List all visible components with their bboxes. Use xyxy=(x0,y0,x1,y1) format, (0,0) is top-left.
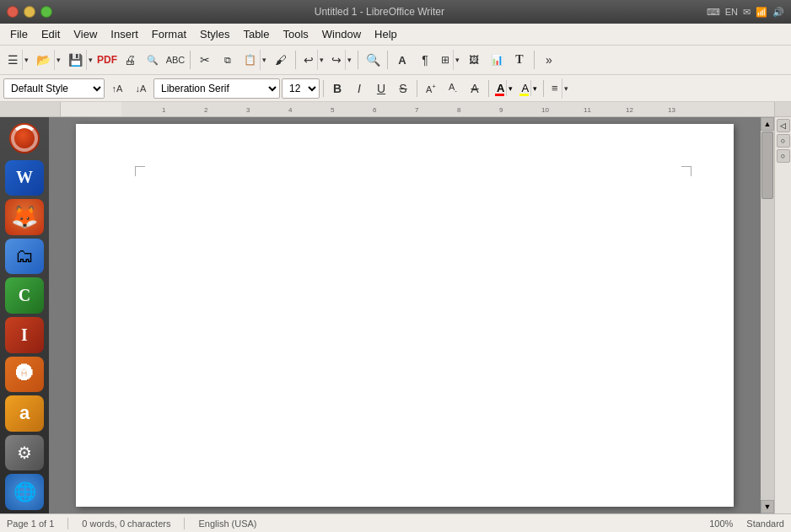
para-format-button[interactable]: ¶ xyxy=(414,49,436,71)
paste-button[interactable]: 📋 ▾ xyxy=(239,49,269,71)
menu-tools[interactable]: Tools xyxy=(276,26,315,42)
list-style-button[interactable]: ≡ ▾ xyxy=(547,78,571,99)
menu-insert[interactable]: Insert xyxy=(104,26,145,42)
menu-view[interactable]: View xyxy=(67,26,104,42)
highlight-color-button[interactable]: A ▾ xyxy=(517,79,540,97)
menu-table[interactable]: Table xyxy=(236,26,276,42)
decrease-para-button[interactable]: ↓A xyxy=(130,78,152,99)
decrease-para-icon: ↓A xyxy=(136,83,147,94)
superscript-icon: A+ xyxy=(426,83,436,94)
menu-styles[interactable]: Styles xyxy=(193,26,236,42)
document-page[interactable] xyxy=(76,124,734,507)
dock-item-software[interactable]: 🅐 xyxy=(5,357,44,393)
settings-icon: ⚙ xyxy=(17,443,32,463)
lang-icon: EN xyxy=(725,7,738,17)
open-button[interactable]: 📂 ▾ xyxy=(32,49,63,71)
font-size-select[interactable]: 12 10 14 16 18 xyxy=(282,78,320,99)
svg-text:10: 10 xyxy=(541,106,549,114)
formula-button[interactable]: T xyxy=(508,49,530,71)
maximize-button[interactable] xyxy=(40,6,52,18)
superscript-button[interactable]: A+ xyxy=(421,78,441,99)
image-icon: 🖼 xyxy=(469,54,479,66)
redo-button[interactable]: ↪ ▾ xyxy=(327,49,354,71)
close-button[interactable] xyxy=(7,6,19,18)
menu-help[interactable]: Help xyxy=(368,26,404,42)
right-panel-btn-1[interactable]: ◁ xyxy=(777,119,790,132)
network-icon: 📶 xyxy=(756,7,767,18)
open-arrow-icon: ▾ xyxy=(54,50,62,70)
menu-edit[interactable]: Edit xyxy=(35,26,67,42)
underline-button[interactable]: U xyxy=(371,78,391,99)
font-color-button[interactable]: A ▾ xyxy=(492,79,515,97)
calc-icon: C xyxy=(19,286,30,305)
status-sep-2 xyxy=(184,518,185,529)
copy-button[interactable]: ⧉ xyxy=(217,49,239,71)
font-name-select[interactable]: Liberation Serif Arial Times New Roman xyxy=(153,78,280,99)
dock-item-ubuntu[interactable] xyxy=(5,121,44,157)
scroll-up-button[interactable]: ▲ xyxy=(761,117,774,131)
spellcheck-button[interactable]: ABC xyxy=(164,49,186,71)
toolbars: ☰ ▾ 📂 ▾ 💾 ▾ PDF 🖨 🔍 ABC ✂ ⧉ 📋 ▾ xyxy=(0,46,791,102)
scroll-thumb[interactable] xyxy=(761,132,773,199)
menu-window[interactable]: Window xyxy=(315,26,368,42)
undo-icon: ↩ xyxy=(300,53,317,67)
insert-image-button[interactable]: 🖼 xyxy=(463,49,485,71)
cut-icon: ✂ xyxy=(200,53,210,67)
minimize-button[interactable] xyxy=(24,6,35,18)
dock-item-firefox[interactable]: 🦊 xyxy=(5,199,44,235)
separator-4 xyxy=(387,51,388,69)
scroll-track[interactable] xyxy=(761,131,774,500)
italic-button[interactable]: I xyxy=(349,78,369,99)
app-window: Untitled 1 - LibreOffice Writer ⌨ EN ✉ 📶… xyxy=(0,0,791,532)
print-button[interactable]: 🖨 xyxy=(119,49,141,71)
insert-table-button[interactable]: ⊞ ▾ xyxy=(437,49,462,71)
separator-5 xyxy=(534,51,535,69)
right-panel-btn-3[interactable]: ○ xyxy=(777,149,790,163)
clear-format-icon: A xyxy=(471,82,478,95)
subscript-button[interactable]: A- xyxy=(443,78,463,99)
export-pdf-button[interactable]: PDF xyxy=(96,49,118,71)
dock-item-amazon[interactable]: a xyxy=(5,395,44,432)
dock-item-impress[interactable]: I xyxy=(5,317,44,353)
undo-button[interactable]: ↩ ▾ xyxy=(299,49,326,71)
cut-button[interactable]: ✂ xyxy=(194,49,216,71)
status-sep-1 xyxy=(67,518,68,529)
layout-mode: Standard xyxy=(746,519,784,529)
menu-format[interactable]: Format xyxy=(145,26,193,42)
clear-format-button[interactable]: A xyxy=(465,78,485,99)
main-area: W 🦊 🗂 C I 🅐 xyxy=(0,117,791,513)
bold-button[interactable]: B xyxy=(327,78,347,99)
dock-item-settings[interactable]: ⚙ xyxy=(5,435,44,471)
find-button[interactable]: 🔍 xyxy=(362,49,384,71)
new-button[interactable]: ☰ ▾ xyxy=(3,49,31,71)
svg-text:12: 12 xyxy=(626,106,633,114)
svg-text:1: 1 xyxy=(162,106,166,114)
dock-item-calc[interactable]: C xyxy=(5,277,44,314)
volume-icon: 🔊 xyxy=(772,7,784,18)
chart-icon: 📊 xyxy=(491,54,503,66)
increase-para-button[interactable]: ↑A xyxy=(106,78,128,99)
scroll-down-button[interactable]: ▼ xyxy=(761,500,774,513)
paragraph-style-select[interactable]: Default Style Heading 1 Heading 2 Body T… xyxy=(3,78,105,99)
strikethrough-button[interactable]: S xyxy=(393,78,413,99)
application-dock: W 🦊 🗂 C I 🅐 xyxy=(0,117,49,513)
insert-chart-button[interactable]: 📊 xyxy=(486,49,508,71)
clone-format-button[interactable]: 🖌 xyxy=(270,49,292,71)
print-preview-button[interactable]: 🔍 xyxy=(142,49,164,71)
char-format-button[interactable]: A xyxy=(391,49,413,71)
formula-icon: T xyxy=(515,53,523,67)
preview-icon: 🔍 xyxy=(147,55,159,66)
save-button[interactable]: 💾 ▾ xyxy=(64,49,95,71)
dock-item-chrome[interactable]: 🌐 xyxy=(5,474,44,510)
format-toolbar: Default Style Heading 1 Heading 2 Body T… xyxy=(0,74,791,101)
document-scroll-area[interactable] xyxy=(49,117,761,513)
standard-toolbar: ☰ ▾ 📂 ▾ 💾 ▾ PDF 🖨 🔍 ABC ✂ ⧉ 📋 ▾ xyxy=(0,46,791,74)
right-panel-btn-2[interactable]: ○ xyxy=(777,134,790,148)
menu-file[interactable]: File xyxy=(3,26,35,42)
more-controls-button[interactable]: » xyxy=(538,49,560,71)
corner-mark-tr xyxy=(681,166,691,176)
dock-item-files[interactable]: 🗂 xyxy=(5,239,44,275)
ubuntu-logo xyxy=(9,123,40,153)
vertical-scrollbar[interactable]: ▲ ▼ xyxy=(761,117,774,513)
dock-item-writer[interactable]: W xyxy=(5,160,44,196)
